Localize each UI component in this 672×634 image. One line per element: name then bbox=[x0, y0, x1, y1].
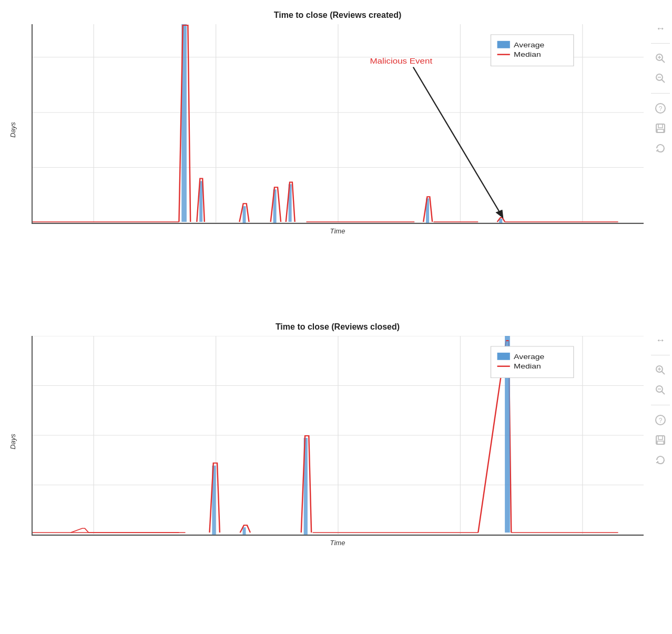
svg-rect-82 bbox=[658, 436, 663, 439]
page: Time to close (Reviews created) Days bbox=[0, 0, 672, 634]
zoom2-icon[interactable] bbox=[653, 363, 668, 377]
chart1-area: 0 500 1000 1500 2012 2014 2016 2018 2020 bbox=[32, 24, 644, 224]
chart2-y-label: Days bbox=[9, 434, 17, 449]
help-icon[interactable]: ? bbox=[653, 101, 668, 116]
svg-line-32 bbox=[662, 60, 665, 63]
chart2-area: 0 200 400 600 800 2012 2014 2016 2018 20… bbox=[32, 336, 644, 536]
chart2-title: Time to close (Reviews closed) bbox=[32, 322, 644, 332]
zoom-out-icon[interactable] bbox=[653, 71, 668, 86]
chart1-wrapper: Time to close (Reviews created) Days bbox=[0, 5, 649, 317]
svg-line-36 bbox=[662, 80, 665, 83]
svg-line-77 bbox=[662, 392, 665, 395]
svg-line-73 bbox=[662, 372, 665, 375]
help2-icon[interactable]: ? bbox=[653, 413, 668, 427]
divider1 bbox=[651, 43, 670, 44]
pan-icon[interactable]: ↔ bbox=[653, 21, 668, 36]
svg-line-25 bbox=[413, 67, 502, 217]
svg-rect-27 bbox=[497, 41, 510, 48]
chart2-svg: 0 200 400 600 800 2012 2014 2016 2018 20… bbox=[33, 336, 644, 535]
chart1-svg: 0 500 1000 1500 2012 2014 2016 2018 2020 bbox=[33, 24, 644, 223]
chart1-toolbar: ↔ ? bbox=[649, 5, 672, 317]
svg-rect-64 bbox=[242, 527, 246, 535]
svg-rect-41 bbox=[658, 124, 663, 128]
reset2-icon[interactable] bbox=[653, 453, 668, 467]
chart2-x-label: Time bbox=[32, 539, 644, 547]
svg-text:Median: Median bbox=[514, 362, 541, 370]
chart1-y-label: Days bbox=[9, 122, 17, 138]
svg-text:Average: Average bbox=[514, 353, 544, 360]
chart1-x-label: Time bbox=[32, 227, 644, 235]
chart1-section: Time to close (Reviews created) Days bbox=[0, 5, 672, 317]
svg-text:?: ? bbox=[659, 417, 663, 424]
save-icon[interactable] bbox=[653, 121, 668, 136]
svg-text:Median: Median bbox=[514, 50, 541, 58]
save2-icon[interactable] bbox=[653, 433, 668, 447]
divider2 bbox=[651, 93, 670, 94]
chart1-title: Time to close (Reviews created) bbox=[32, 11, 644, 20]
zoom-out2-icon[interactable] bbox=[653, 383, 668, 397]
chart2-wrapper: Time to close (Reviews closed) Days bbox=[0, 317, 649, 629]
annotation-text: Malicious Event bbox=[370, 57, 433, 65]
pan2-icon[interactable]: ↔ bbox=[653, 333, 668, 347]
svg-text:Average: Average bbox=[514, 41, 544, 48]
divider3 bbox=[651, 355, 670, 355]
divider4 bbox=[651, 405, 670, 405]
chart2-toolbar: ↔ ? bbox=[649, 317, 672, 629]
svg-rect-68 bbox=[497, 353, 510, 360]
chart2-section: Time to close (Reviews closed) Days bbox=[0, 317, 672, 629]
zoom-icon[interactable] bbox=[653, 51, 668, 66]
reset-icon[interactable] bbox=[653, 141, 668, 156]
svg-rect-20 bbox=[242, 206, 246, 223]
svg-text:?: ? bbox=[659, 105, 663, 113]
